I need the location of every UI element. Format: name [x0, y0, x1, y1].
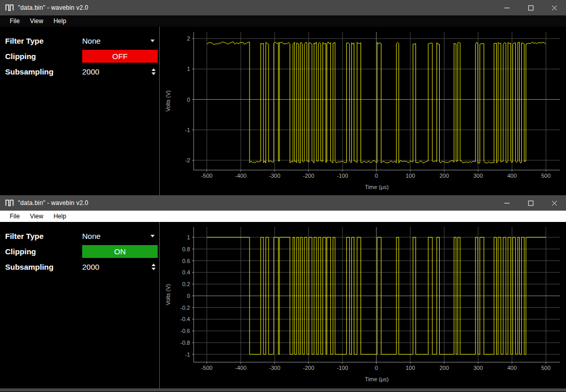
chevron-down-icon — [150, 40, 155, 42]
filter-type-value: None — [82, 232, 101, 240]
subsampling-spinbox[interactable]: 2000 — [82, 67, 158, 76]
svg-text:0: 0 — [187, 293, 190, 299]
sidebar: Filter Type None Clipping ON Subsampling — [0, 222, 160, 388]
svg-text:200: 200 — [440, 173, 449, 179]
caret-down-icon[interactable] — [152, 72, 156, 75]
svg-text:100: 100 — [406, 173, 415, 179]
svg-text:1: 1 — [187, 234, 190, 240]
plot-area: -500-400-300-200-1000100200300400500210-… — [160, 27, 566, 195]
svg-text:-500: -500 — [201, 173, 213, 179]
svg-text:0.2: 0.2 — [182, 281, 190, 287]
maximize-button[interactable] — [519, 0, 542, 15]
svg-text:200: 200 — [440, 365, 449, 371]
window-controls — [495, 195, 566, 211]
svg-text:-500: -500 — [201, 365, 213, 371]
window-controls — [495, 0, 566, 15]
svg-text:1: 1 — [187, 66, 190, 72]
svg-text:-200: -200 — [303, 173, 314, 179]
svg-text:400: 400 — [507, 173, 517, 179]
svg-text:-2: -2 — [185, 157, 190, 163]
svg-text:-0.8: -0.8 — [180, 340, 190, 346]
filter-type-dropdown[interactable]: None — [82, 232, 158, 240]
plot-area: -500-400-300-200-100010020030040050010.8… — [160, 222, 566, 388]
filter-type-label: Filter Type — [5, 36, 44, 45]
screenshot-stage: "data.bin" - wavebin v2.0 File View Help — [0, 0, 566, 392]
svg-text:300: 300 — [474, 173, 483, 179]
clipping-toggle-button[interactable]: OFF — [82, 50, 158, 63]
wavebin-window-clipping-on: "data.bin" - wavebin v2.0 File View Help — [0, 195, 566, 391]
titlebar[interactable]: "data.bin" - wavebin v2.0 — [0, 0, 566, 15]
svg-text:-0.2: -0.2 — [180, 305, 190, 311]
sidebar: Filter Type None Clipping OFF Subsamplin… — [0, 27, 160, 195]
clipping-label: Clipping — [5, 247, 36, 256]
clipping-label: Clipping — [5, 52, 36, 61]
waveform-plot-clipped[interactable]: -500-400-300-200-100010020030040050010.8… — [160, 222, 565, 388]
svg-text:0.6: 0.6 — [182, 258, 190, 264]
svg-text:400: 400 — [507, 365, 517, 371]
chevron-down-icon — [150, 235, 155, 237]
wavebin-window-clipping-off: "data.bin" - wavebin v2.0 File View Help — [0, 0, 566, 195]
menu-bar: File View Help — [0, 211, 566, 222]
window-title: "data.bin" - wavebin v2.0 — [18, 199, 88, 207]
svg-text:-400: -400 — [235, 173, 247, 179]
svg-text:-400: -400 — [235, 365, 247, 371]
maximize-button[interactable] — [519, 195, 542, 211]
filter-type-value: None — [82, 36, 101, 45]
svg-text:2: 2 — [187, 35, 190, 42]
subsampling-label: Subsampling — [5, 67, 53, 76]
svg-text:0: 0 — [375, 365, 378, 371]
menu-view[interactable]: View — [25, 16, 48, 26]
filter-type-dropdown[interactable]: None — [82, 36, 158, 45]
caret-down-icon[interactable] — [152, 268, 156, 270]
svg-text:Volts (V): Volts (V) — [165, 284, 171, 306]
svg-text:300: 300 — [474, 365, 483, 371]
svg-text:0.8: 0.8 — [182, 246, 190, 252]
svg-text:Time (µs): Time (µs) — [365, 376, 388, 382]
subsampling-label: Subsampling — [5, 263, 53, 271]
svg-text:100: 100 — [406, 365, 415, 371]
window-title: "data.bin" - wavebin v2.0 — [18, 4, 88, 11]
svg-text:-100: -100 — [337, 365, 348, 371]
menu-bar: File View Help — [0, 15, 566, 27]
subsampling-value: 2000 — [82, 67, 99, 76]
clipping-toggle-button[interactable]: ON — [82, 245, 158, 258]
svg-text:500: 500 — [541, 173, 551, 179]
svg-text:-0.4: -0.4 — [180, 316, 190, 322]
spinner-arrows — [152, 68, 156, 75]
close-button[interactable] — [542, 0, 566, 15]
svg-text:-300: -300 — [269, 173, 280, 179]
menu-file[interactable]: File — [5, 16, 25, 26]
svg-text:-200: -200 — [303, 365, 314, 371]
svg-text:-300: -300 — [269, 365, 280, 371]
svg-text:Volts (V): Volts (V) — [165, 90, 171, 112]
titlebar[interactable]: "data.bin" - wavebin v2.0 — [0, 195, 566, 211]
svg-text:-100: -100 — [337, 173, 348, 179]
svg-text:Time (µs): Time (µs) — [365, 184, 388, 190]
app-icon — [5, 199, 14, 207]
caret-up-icon[interactable] — [152, 264, 156, 266]
svg-text:-0.6: -0.6 — [180, 328, 190, 334]
caret-up-icon[interactable] — [152, 68, 156, 71]
menu-view[interactable]: View — [25, 212, 48, 221]
minimize-button[interactable] — [495, 0, 519, 15]
svg-text:0: 0 — [375, 173, 378, 179]
menu-help[interactable]: Help — [48, 212, 71, 221]
svg-text:-1: -1 — [185, 127, 190, 133]
app-icon — [5, 4, 14, 11]
menu-help[interactable]: Help — [48, 16, 71, 26]
waveform-plot-unclipped[interactable]: -500-400-300-200-1000100200300400500210-… — [160, 27, 565, 195]
close-button[interactable] — [542, 195, 566, 211]
svg-text:0.4: 0.4 — [182, 269, 190, 275]
minimize-button[interactable] — [495, 195, 519, 211]
subsampling-value: 2000 — [82, 263, 99, 271]
window-resize-border[interactable] — [0, 388, 566, 391]
svg-text:0: 0 — [187, 97, 190, 103]
svg-text:-1: -1 — [185, 351, 190, 358]
svg-text:500: 500 — [541, 365, 551, 371]
spinner-arrows — [152, 264, 156, 270]
filter-type-label: Filter Type — [5, 232, 44, 240]
subsampling-spinbox[interactable]: 2000 — [82, 263, 158, 271]
menu-file[interactable]: File — [5, 212, 25, 221]
